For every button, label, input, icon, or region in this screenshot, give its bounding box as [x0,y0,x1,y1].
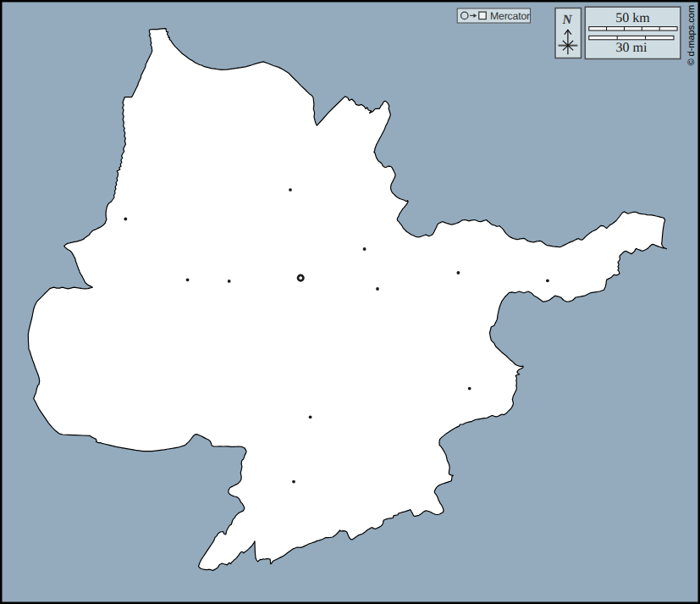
svg-text:Mercator: Mercator [490,10,530,22]
svg-text:N: N [562,13,573,27]
svg-text:© d-maps.com: © d-maps.com [686,5,697,66]
svg-text:50 km: 50 km [615,11,650,25]
svg-text:30 mi: 30 mi [616,41,648,55]
